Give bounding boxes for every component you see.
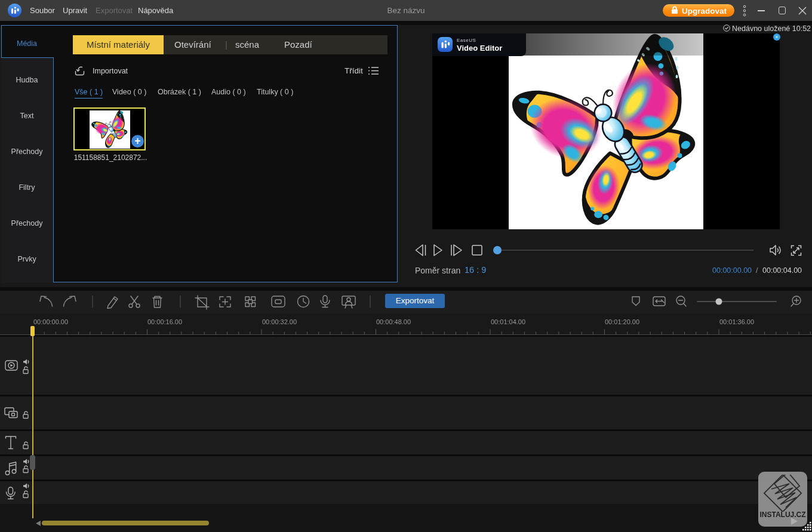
svg-text:Upgradovat: Upgradovat [682,7,727,16]
